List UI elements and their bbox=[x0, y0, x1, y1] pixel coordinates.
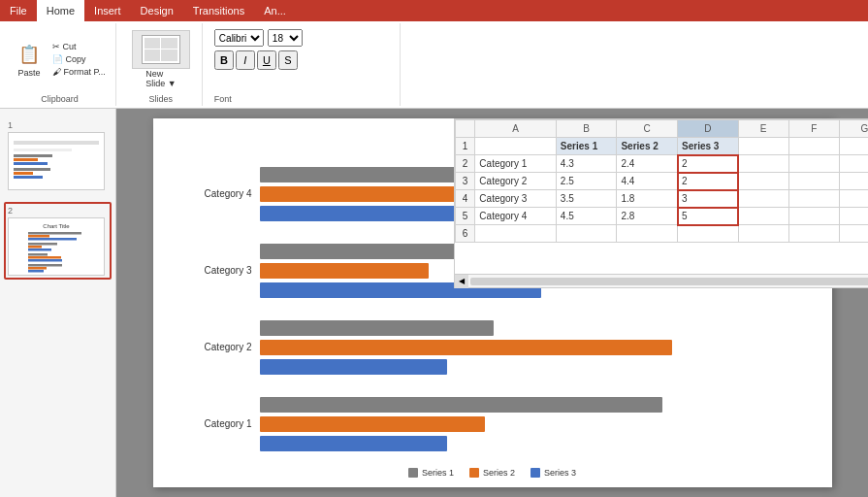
legend-dot-s3 bbox=[530, 468, 540, 478]
cell-C3[interactable]: 4.4 bbox=[617, 173, 678, 190]
cell-B2[interactable]: 4.3 bbox=[556, 155, 617, 173]
tab-home[interactable]: Home bbox=[37, 0, 84, 21]
cell-F1[interactable] bbox=[788, 138, 839, 155]
cell-A3[interactable]: Category 2 bbox=[475, 173, 556, 190]
chart-category-labels: Category 4 Category 3 Category 2 Categor… bbox=[163, 155, 260, 462]
cell-D1[interactable]: Series 3 bbox=[678, 138, 739, 155]
cut-button[interactable]: ✂ Cut bbox=[50, 41, 108, 52]
font-select[interactable]: Calibri bbox=[214, 29, 264, 47]
clipboard-label: Clipboard bbox=[41, 92, 79, 104]
svg-rect-3 bbox=[14, 154, 52, 157]
cell-B1[interactable]: Series 1 bbox=[556, 138, 617, 155]
cell-C5[interactable]: 2.8 bbox=[617, 208, 678, 225]
cell-G4[interactable] bbox=[839, 190, 868, 208]
cell-F4[interactable] bbox=[788, 190, 839, 208]
cell-E6[interactable] bbox=[738, 225, 788, 243]
cell-F5[interactable] bbox=[788, 208, 839, 225]
cell-G6[interactable] bbox=[839, 225, 868, 243]
bar-cat2-s1 bbox=[260, 320, 495, 336]
cell-C2[interactable]: 2.4 bbox=[617, 155, 678, 173]
clipboard-group: 📋 Paste ✂ Cut 📄 Copy 🖌 Format P... Clipb… bbox=[4, 23, 116, 106]
cell-B6[interactable] bbox=[556, 225, 617, 243]
col-header-G[interactable]: G bbox=[839, 120, 868, 138]
cell-A6[interactable] bbox=[475, 225, 556, 243]
cell-E5[interactable] bbox=[738, 208, 788, 225]
slides-label: Slides bbox=[149, 92, 174, 104]
copy-button[interactable]: 📄 Copy bbox=[50, 53, 108, 65]
scroll-thumb-h bbox=[470, 278, 869, 285]
underline-button[interactable]: U bbox=[257, 50, 276, 70]
italic-button[interactable]: I bbox=[236, 50, 255, 70]
tab-animations[interactable]: An... bbox=[254, 0, 296, 21]
svg-rect-7 bbox=[14, 172, 33, 175]
svg-rect-17 bbox=[28, 253, 48, 256]
scroll-left-button[interactable]: ◀ bbox=[455, 275, 468, 288]
bold-button[interactable]: B bbox=[214, 50, 234, 70]
cell-B4[interactable]: 3.5 bbox=[556, 190, 617, 208]
ribbon-toolbar: 📋 Paste ✂ Cut 📄 Copy 🖌 Format P... Clipb… bbox=[0, 21, 868, 109]
spreadsheet-overlay[interactable]: A B C D E F G H I bbox=[454, 118, 869, 288]
col-header-B[interactable]: B bbox=[556, 120, 617, 138]
spreadsheet-table[interactable]: A B C D E F G H I bbox=[455, 119, 869, 243]
new-slide-button[interactable]: NewSlide ▼ bbox=[128, 28, 194, 90]
cell-G2[interactable] bbox=[839, 155, 868, 173]
table-row: 3 Category 2 2.5 4.4 2 bbox=[455, 173, 868, 190]
slide-thumb-1[interactable]: 1 bbox=[4, 116, 112, 194]
cell-C4[interactable]: 1.8 bbox=[617, 190, 678, 208]
bar-group-cat1 bbox=[260, 396, 822, 452]
cell-A4[interactable]: Category 3 bbox=[475, 190, 556, 208]
cell-F2[interactable] bbox=[788, 155, 839, 173]
cell-D6[interactable] bbox=[678, 225, 739, 243]
table-row: 2 Category 1 4.3 2.4 2 bbox=[455, 155, 868, 173]
col-header-C[interactable]: C bbox=[617, 120, 678, 138]
cell-E2[interactable] bbox=[738, 155, 788, 173]
tab-design[interactable]: Design bbox=[131, 0, 183, 21]
cell-G5[interactable] bbox=[839, 208, 868, 225]
cell-F6[interactable] bbox=[788, 225, 839, 243]
cell-B3[interactable]: 2.5 bbox=[556, 173, 617, 190]
tab-file[interactable]: File bbox=[0, 0, 37, 21]
cell-E3[interactable] bbox=[738, 173, 788, 190]
scrollbar-horizontal[interactable]: ◀ ▶ bbox=[455, 274, 869, 287]
col-header-E[interactable]: E bbox=[738, 120, 788, 138]
svg-rect-15 bbox=[28, 246, 42, 248]
col-header-A[interactable]: A bbox=[475, 120, 556, 138]
cell-G3[interactable] bbox=[839, 173, 868, 190]
cell-G1[interactable] bbox=[839, 138, 868, 155]
svg-rect-13 bbox=[28, 238, 77, 241]
cell-D4[interactable]: 3 bbox=[678, 190, 739, 208]
col-header-F[interactable]: F bbox=[788, 120, 839, 138]
paste-button[interactable]: 📋 Paste bbox=[12, 39, 47, 80]
cell-C1[interactable]: Series 2 bbox=[617, 138, 678, 155]
strikethrough-button[interactable]: S bbox=[278, 50, 298, 70]
cell-C6[interactable] bbox=[617, 225, 678, 243]
legend-dot-s1 bbox=[408, 468, 418, 478]
tab-transitions[interactable]: Transitions bbox=[183, 0, 254, 21]
paste-label: Paste bbox=[17, 68, 40, 78]
cell-E1[interactable] bbox=[738, 138, 788, 155]
font-size-select[interactable]: 18 bbox=[268, 29, 303, 47]
format-painter-button[interactable]: 🖌 Format P... bbox=[50, 66, 108, 78]
cell-D3[interactable]: 2 bbox=[678, 173, 739, 190]
cell-D2[interactable]: 2 bbox=[678, 155, 739, 173]
legend-label-s1: Series 1 bbox=[422, 468, 454, 478]
svg-rect-19 bbox=[28, 259, 62, 262]
paste-icon: 📋 bbox=[16, 41, 43, 68]
cell-F3[interactable] bbox=[788, 173, 839, 190]
cell-A5[interactable]: Category 4 bbox=[475, 208, 556, 225]
cell-E4[interactable] bbox=[738, 190, 788, 208]
row-num-2: 2 bbox=[455, 155, 475, 173]
svg-rect-5 bbox=[14, 162, 48, 165]
tab-insert[interactable]: Insert bbox=[84, 0, 131, 21]
col-header-D[interactable]: D bbox=[678, 120, 739, 138]
slides-group: NewSlide ▼ Slides bbox=[120, 23, 203, 106]
cell-B5[interactable]: 4.5 bbox=[556, 208, 617, 225]
svg-rect-14 bbox=[28, 243, 57, 246]
cell-D5[interactable]: 5 bbox=[678, 208, 739, 225]
clipboard-small-btns: ✂ Cut 📄 Copy 🖌 Format P... bbox=[50, 41, 108, 78]
cell-A2[interactable]: Category 1 bbox=[475, 155, 556, 173]
slide-content-area[interactable]: Chart Title Category 4 Category 3 Catego… bbox=[116, 109, 868, 497]
slide-thumb-2[interactable]: 2 Chart Title bbox=[4, 202, 112, 280]
cell-A1[interactable] bbox=[475, 138, 556, 155]
legend-label-s2: Series 2 bbox=[483, 468, 515, 478]
